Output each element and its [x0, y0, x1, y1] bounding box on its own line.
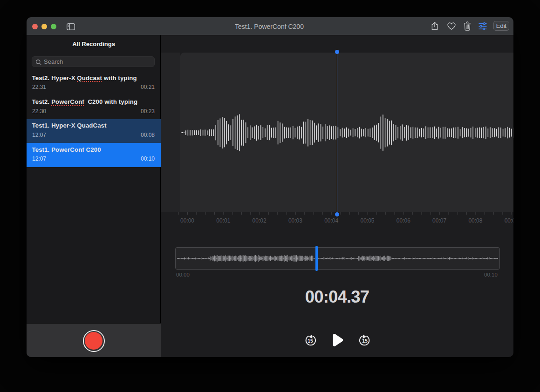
svg-text:15: 15	[362, 338, 368, 344]
svg-text:15: 15	[308, 338, 313, 344]
